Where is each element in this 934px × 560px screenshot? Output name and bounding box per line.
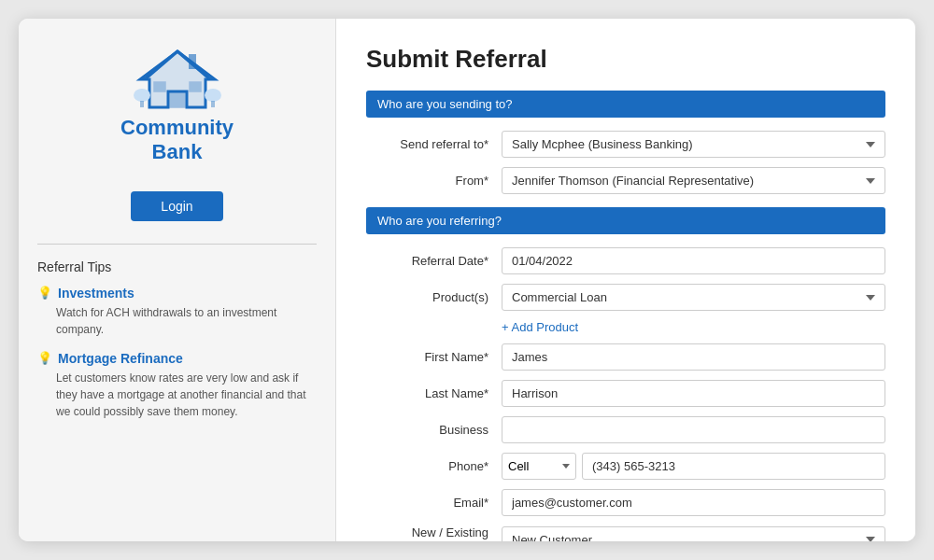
investments-description: Watch for ACH withdrawals to an investme… [37,304,317,338]
from-row: From* Jennifer Thomson (Financial Repres… [366,167,885,194]
mortgage-icon: 💡 [37,351,52,365]
products-select[interactable]: Commercial Loan [502,284,885,311]
svg-rect-3 [154,82,165,91]
bank-logo-icon [131,47,224,112]
email-row: Email* [366,489,885,516]
products-row: Product(s) Commercial Loan [366,284,885,311]
section1-header: Who are you sending to? [366,91,885,118]
new-existing-row: New / Existing Customer New Customer Exi… [366,525,885,541]
investments-icon: 💡 [37,286,52,300]
phone-number-input[interactable] [582,453,885,480]
svg-point-7 [205,89,221,102]
app-window: CommunityBank Login Referral Tips 💡 Inve… [19,19,915,541]
referral-date-row: Referral Date* [366,247,885,274]
section2-header: Who are you referring? [366,207,885,234]
referral-date-label: Referral Date* [366,254,502,268]
last-name-label: Last Name* [366,386,502,400]
referral-date-input[interactable] [502,247,885,274]
business-row: Business [366,416,885,443]
add-product-link[interactable]: + Add Product [502,320,885,334]
email-label: Email* [366,496,502,510]
send-referral-label: Send referral to* [366,137,502,151]
login-button[interactable]: Login [131,191,222,221]
svg-rect-5 [189,54,196,69]
email-input[interactable] [502,489,885,516]
from-label: From* [366,174,502,188]
mortgage-description: Let customers know rates are very low an… [37,370,317,420]
tip-mortgage: 💡 Mortgage Refinance Let customers know … [37,351,317,420]
main-content: Submit Referral Who are you sending to? … [336,19,915,541]
phone-row: Phone* Cell Home Work [366,453,885,480]
tip-investments: 💡 Investments Watch for ACH withdrawals … [37,286,317,338]
sidebar: CommunityBank Login Referral Tips 💡 Inve… [19,19,336,541]
svg-rect-9 [211,101,215,107]
svg-point-6 [134,89,150,102]
business-input[interactable] [502,416,885,443]
new-existing-select[interactable]: New Customer Existing Customer [502,526,885,542]
svg-rect-8 [140,101,144,107]
last-name-input[interactable] [502,380,885,407]
from-select[interactable]: Jennifer Thomson (Financial Representati… [502,167,885,194]
new-existing-label: New / Existing Customer [366,525,502,541]
referral-tips-heading: Referral Tips [37,259,111,274]
first-name-label: First Name* [366,350,502,364]
send-referral-row: Send referral to* Sally Mcphee (Business… [366,131,885,158]
svg-rect-4 [190,82,201,91]
phone-type-select[interactable]: Cell Home Work [502,453,576,480]
last-name-row: Last Name* [366,380,885,407]
logo-area: CommunityBank [120,47,234,165]
logo-text: CommunityBank [120,116,234,165]
page-title: Submit Referral [366,45,885,74]
phone-label: Phone* [366,459,502,473]
investments-title: Investments [58,286,134,301]
first-name-input[interactable] [502,343,885,371]
sidebar-divider [37,244,317,245]
business-label: Business [366,423,502,437]
send-referral-select[interactable]: Sally Mcphee (Business Banking) [502,131,885,158]
svg-rect-2 [170,91,185,107]
phone-input-group: Cell Home Work [502,453,885,480]
mortgage-title: Mortgage Refinance [58,351,183,366]
first-name-row: First Name* [366,343,885,371]
products-label: Product(s) [366,290,502,304]
